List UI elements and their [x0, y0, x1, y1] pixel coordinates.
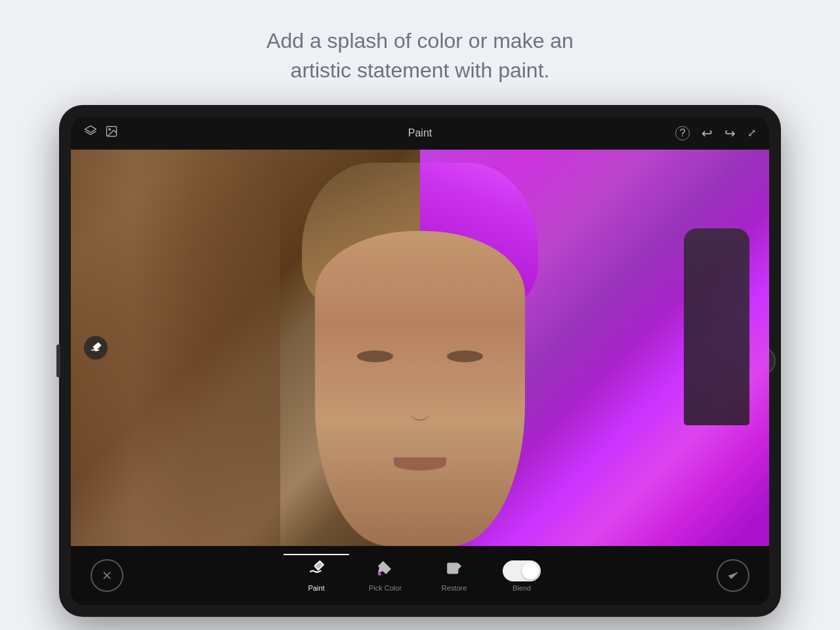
- pick-color-label: Pick Color: [369, 584, 402, 592]
- tablet-side-button: [56, 345, 60, 377]
- redo-icon[interactable]: ↪: [724, 125, 736, 141]
- toolbar-left: [84, 125, 118, 141]
- layers-icon[interactable]: [84, 125, 97, 141]
- tagline-line2: artistic statement with paint.: [291, 58, 550, 82]
- mouth: [394, 457, 446, 471]
- undo-icon[interactable]: ↩: [702, 125, 713, 141]
- tool-buttons: Paint Pick Color: [284, 554, 556, 597]
- expand-icon[interactable]: ⤢: [747, 127, 756, 139]
- bg-person: [684, 228, 749, 425]
- blend-toggle[interactable]: Blend: [487, 560, 556, 597]
- restore-icon: [441, 555, 467, 581]
- top-toolbar: Paint ? ↩ ↪ ⤢: [71, 117, 769, 150]
- bottom-toolbar: Paint Pick Color: [71, 546, 769, 605]
- svg-marker-0: [85, 126, 96, 133]
- tablet-screen: Paint ? ↩ ↪ ⤢: [71, 117, 769, 605]
- restore-label: Restore: [442, 584, 467, 592]
- eye-right: [447, 350, 483, 362]
- tool-paint[interactable]: Paint: [284, 554, 349, 597]
- confirm-button[interactable]: [717, 559, 749, 592]
- photo-area: [71, 150, 769, 546]
- image-canvas: [71, 150, 769, 546]
- paint-label: Paint: [308, 584, 324, 592]
- tool-pick-color[interactable]: Pick Color: [349, 555, 421, 597]
- toolbar-right: ? ↩ ↪ ⤢: [675, 125, 756, 141]
- help-icon[interactable]: ?: [675, 126, 690, 140]
- tagline-line1: Add a splash of color or make an: [266, 29, 574, 52]
- blend-knob: [522, 562, 539, 579]
- cancel-button[interactable]: [91, 559, 123, 592]
- tagline: Add a splash of color or make an artisti…: [266, 26, 574, 85]
- eye-left: [357, 350, 393, 362]
- blend-pill[interactable]: [503, 560, 541, 581]
- tablet-frame: Paint ? ↩ ↪ ⤢: [59, 105, 781, 617]
- svg-point-5: [378, 572, 381, 575]
- image-icon[interactable]: [105, 125, 118, 141]
- svg-rect-6: [448, 563, 457, 573]
- brush-cursor: [84, 336, 108, 360]
- face: [315, 231, 525, 546]
- blend-label: Blend: [513, 584, 531, 592]
- tool-restore[interactable]: Restore: [421, 555, 487, 597]
- nose: [410, 404, 430, 421]
- paint-icon: [303, 555, 329, 581]
- svg-point-2: [109, 129, 111, 131]
- toolbar-title: Paint: [408, 127, 432, 139]
- pick-color-icon: [372, 555, 398, 581]
